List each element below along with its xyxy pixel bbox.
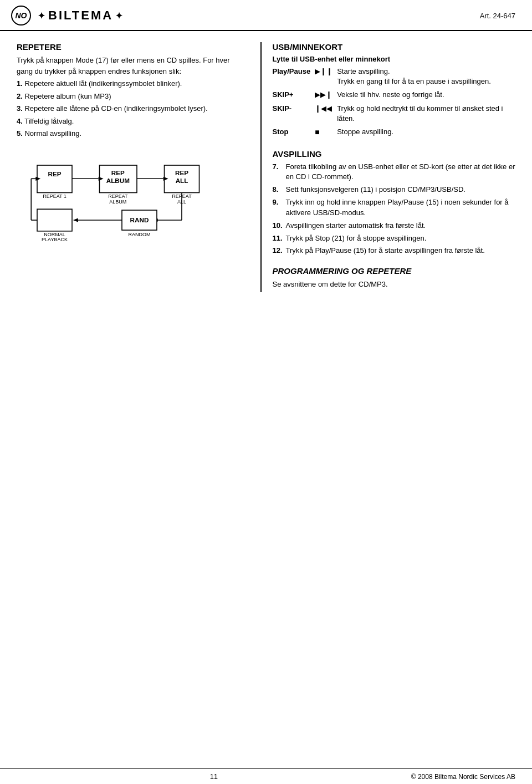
- usb-key-play: Play/Pause: [273, 65, 315, 89]
- svg-text:PLAYBACK: PLAYBACK: [42, 236, 68, 242]
- svg-text:REP: REP: [111, 169, 125, 176]
- usb-key-stop: Stop: [273, 126, 315, 140]
- diagram-svg: REP REP ALBUM REP ALL REPEAT 1 REPEAT AL…: [17, 150, 227, 250]
- usb-section: USB/MINNEKORT Lytte til USB-enhet eller …: [273, 42, 516, 140]
- svg-text:RAND: RAND: [130, 216, 149, 223]
- usb-row-play: Play/Pause ▶❙❙ Starte avspilling.Trykk e…: [273, 65, 516, 89]
- biltema-logo: ✦ BILTEMA ✦: [38, 8, 124, 23]
- svg-marker-31: [35, 176, 40, 180]
- intro-p2: 1. Repetere aktuell låt (indikeringssymb…: [17, 78, 244, 89]
- usb-desc-skip-minus: Trykk og hold nedtrykt til du kommer til…: [337, 103, 515, 126]
- left-column: REPETERE Trykk på knappen Mode (17) før …: [17, 42, 255, 292]
- column-divider: [260, 42, 262, 292]
- prog-title: Programmering og Repetere: [273, 266, 516, 276]
- logo-text: BILTEMA: [48, 8, 113, 23]
- item-num-7: 7.: [273, 162, 284, 183]
- page-number: 11: [210, 772, 218, 781]
- repetere-title: REPETERE: [17, 42, 244, 52]
- item-text-7: Foreta tilkobling av en USB-enhet eller …: [286, 162, 516, 183]
- prog-text: Se avsnittene om dette for CD/MP3.: [273, 279, 516, 290]
- item-text-10: Avspillingen starter automatisk fra førs…: [286, 221, 426, 231]
- item-num-10: 10.: [273, 221, 284, 231]
- intro-p1: Trykk på knappen Mode (17) før eller men…: [17, 55, 244, 77]
- avspilling-item-8: 8. Sett funksjonsvelgeren (11) i posisjo…: [273, 185, 516, 195]
- svg-text:RANDOM: RANDOM: [129, 231, 151, 237]
- svg-marker-24: [73, 218, 78, 222]
- usb-row-skip-plus: SKIP+ ▶▶❙ Veksle til hhv. neste og forri…: [273, 89, 516, 102]
- svg-rect-25: [37, 209, 72, 231]
- item-text-12: Trykk på Play/Pause (15) for å starte av…: [286, 246, 485, 256]
- avspilling-item-12: 12. Trykk på Play/Pause (15) for å start…: [273, 246, 516, 256]
- logo-cross-right: ✦: [115, 11, 124, 21]
- svg-text:REP: REP: [48, 170, 61, 177]
- art-number: Art. 24-647: [480, 12, 515, 20]
- programmering-section: Programmering og Repetere Se avsnittene …: [273, 266, 516, 290]
- usb-desc-stop: Stoppe avspilling.: [337, 126, 515, 140]
- intro-p6: 5. Normal avspilling.: [17, 128, 244, 139]
- item-num-9: 9.: [273, 197, 284, 218]
- logo-cross-left: ✦: [38, 11, 46, 21]
- item-num-12: 12.: [273, 246, 284, 256]
- intro-p3: 2. Repetere album (kun MP3): [17, 91, 244, 102]
- intro-p5: 4. Tilfeldig låtvalg.: [17, 116, 244, 127]
- avspilling-item-11: 11. Trykk på Stop (21) for å stoppe avsp…: [273, 233, 516, 244]
- usb-row-skip-minus: SKIP- ❙◀◀ Trykk og hold nedtrykt til du …: [273, 103, 516, 126]
- header-left: NO ✦ BILTEMA ✦: [11, 6, 124, 26]
- intro-p4: 3. Repetere alle låtene på CD-en (indike…: [17, 103, 244, 114]
- usb-row-stop: Stop ■ Stoppe avspilling.: [273, 126, 516, 140]
- svg-marker-16: [163, 176, 168, 180]
- svg-text:REPEAT: REPEAT: [108, 194, 128, 199]
- avspilling-item-10: 10. Avspillingen starter automatisk fra …: [273, 221, 516, 231]
- svg-text:ALBUM: ALBUM: [106, 176, 130, 184]
- usb-key-skip-minus: SKIP-: [273, 103, 315, 126]
- usb-icon-skip-minus: ❙◀◀: [315, 103, 337, 126]
- item-text-8: Sett funksjonsvelgeren (11) i posisjon C…: [286, 185, 466, 195]
- item-num-8: 8.: [273, 185, 284, 195]
- copyright-text: © 2008 Biltema Nordic Services AB: [411, 773, 515, 781]
- avspilling-section: Avspilling 7. Foreta tilkobling av en US…: [273, 149, 516, 257]
- usb-desc-play: Starte avspilling.Trykk en gang til for …: [337, 65, 515, 89]
- avspilling-title: Avspilling: [273, 149, 516, 159]
- country-code-label: NO: [16, 11, 27, 20]
- svg-text:REP: REP: [175, 169, 188, 176]
- usb-subtitle: Lytte til USB-enhet eller minnekort: [273, 55, 516, 63]
- right-column: USB/MINNEKORT Lytte til USB-enhet eller …: [267, 42, 516, 292]
- svg-text:ALBUM: ALBUM: [109, 199, 126, 205]
- page-footer: 11 © 2008 Biltema Nordic Services AB: [0, 768, 532, 784]
- usb-table: Play/Pause ▶❙❙ Starte avspilling.Trykk e…: [273, 65, 516, 140]
- avspilling-item-7: 7. Foreta tilkobling av en USB-enhet ell…: [273, 162, 516, 183]
- usb-desc-skip-plus: Veksle til hhv. neste og forrige låt.: [337, 89, 515, 102]
- item-text-9: Trykk inn og hold inne knappen Play/Paus…: [286, 197, 516, 218]
- main-content: REPETERE Trykk på knappen Mode (17) før …: [0, 31, 532, 303]
- svg-marker-14: [99, 176, 104, 180]
- usb-icon-stop: ■: [315, 126, 337, 140]
- svg-text:REPEAT 1: REPEAT 1: [43, 194, 66, 199]
- usb-key-skip-plus: SKIP+: [273, 89, 315, 102]
- page-header: NO ✦ BILTEMA ✦ Art. 24-647: [0, 0, 532, 31]
- avspilling-item-9: 9. Trykk inn og hold inne knappen Play/P…: [273, 197, 516, 218]
- country-badge: NO: [11, 6, 31, 26]
- usb-icon-skip-plus: ▶▶❙: [315, 89, 337, 102]
- repeat-diagram: REP REP ALBUM REP ALL REPEAT 1 REPEAT AL…: [17, 150, 227, 250]
- item-num-11: 11.: [273, 233, 284, 244]
- usb-icon-play: ▶❙❙: [315, 65, 337, 89]
- svg-rect-0: [37, 165, 72, 193]
- item-text-11: Trykk på Stop (21) for å stoppe avspilli…: [286, 233, 427, 244]
- svg-text:ALL: ALL: [176, 176, 188, 184]
- usb-title: USB/MINNEKORT: [273, 42, 516, 52]
